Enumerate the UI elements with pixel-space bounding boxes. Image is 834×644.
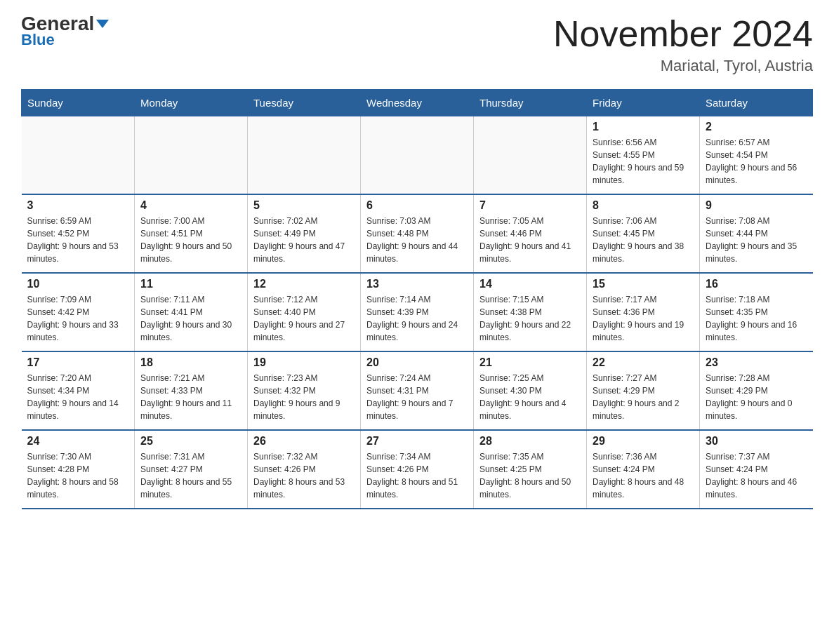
calendar-cell: 14Sunrise: 7:15 AMSunset: 4:38 PMDayligh… [474, 273, 587, 351]
day-number: 30 [706, 435, 807, 448]
calendar-header-row: SundayMondayTuesdayWednesdayThursdayFrid… [22, 90, 813, 116]
day-number: 27 [366, 435, 468, 448]
calendar-cell: 24Sunrise: 7:30 AMSunset: 4:28 PMDayligh… [22, 430, 135, 509]
weekday-header: Sunday [22, 90, 135, 116]
calendar-cell: 22Sunrise: 7:27 AMSunset: 4:29 PMDayligh… [587, 351, 700, 430]
day-number: 9 [706, 199, 807, 212]
day-number: 20 [366, 356, 468, 369]
day-info: Sunrise: 7:37 AMSunset: 4:24 PMDaylight:… [706, 450, 807, 501]
day-number: 14 [479, 278, 581, 290]
calendar-cell [248, 116, 361, 195]
day-info: Sunrise: 7:31 AMSunset: 4:27 PMDaylight:… [140, 450, 241, 501]
weekday-header: Friday [587, 90, 700, 116]
calendar-cell: 3Sunrise: 6:59 AMSunset: 4:52 PMDaylight… [22, 194, 135, 273]
calendar-cell: 27Sunrise: 7:34 AMSunset: 4:26 PMDayligh… [361, 430, 474, 509]
day-number: 11 [140, 278, 241, 290]
day-number: 5 [253, 199, 355, 212]
day-info: Sunrise: 7:12 AMSunset: 4:40 PMDaylight:… [253, 293, 355, 344]
day-number: 15 [593, 278, 694, 290]
logo: General Blue [21, 14, 109, 49]
day-info: Sunrise: 7:24 AMSunset: 4:31 PMDaylight:… [366, 372, 468, 422]
calendar-cell: 16Sunrise: 7:18 AMSunset: 4:35 PMDayligh… [700, 273, 813, 351]
day-number: 18 [140, 356, 241, 369]
day-number: 13 [366, 278, 468, 290]
day-number: 1 [593, 121, 694, 133]
day-number: 22 [593, 356, 694, 369]
calendar-cell [361, 116, 474, 195]
day-number: 21 [479, 356, 581, 369]
calendar-week-row: 3Sunrise: 6:59 AMSunset: 4:52 PMDaylight… [22, 194, 813, 273]
day-info: Sunrise: 7:18 AMSunset: 4:35 PMDaylight:… [706, 293, 807, 344]
day-info: Sunrise: 7:15 AMSunset: 4:38 PMDaylight:… [479, 293, 581, 344]
calendar-cell: 11Sunrise: 7:11 AMSunset: 4:41 PMDayligh… [135, 273, 248, 351]
day-info: Sunrise: 7:20 AMSunset: 4:34 PMDaylight:… [27, 372, 129, 422]
calendar-week-row: 17Sunrise: 7:20 AMSunset: 4:34 PMDayligh… [22, 351, 813, 430]
day-number: 4 [140, 199, 241, 212]
calendar-week-row: 24Sunrise: 7:30 AMSunset: 4:28 PMDayligh… [22, 430, 813, 509]
weekday-header: Tuesday [248, 90, 361, 116]
calendar-cell: 15Sunrise: 7:17 AMSunset: 4:36 PMDayligh… [587, 273, 700, 351]
day-info: Sunrise: 7:23 AMSunset: 4:32 PMDaylight:… [253, 372, 355, 422]
calendar-cell: 13Sunrise: 7:14 AMSunset: 4:39 PMDayligh… [361, 273, 474, 351]
day-number: 16 [706, 278, 807, 290]
calendar-cell: 25Sunrise: 7:31 AMSunset: 4:27 PMDayligh… [135, 430, 248, 509]
day-info: Sunrise: 7:36 AMSunset: 4:24 PMDaylight:… [593, 450, 694, 501]
calendar-cell: 10Sunrise: 7:09 AMSunset: 4:42 PMDayligh… [22, 273, 135, 351]
day-info: Sunrise: 7:17 AMSunset: 4:36 PMDaylight:… [593, 293, 694, 344]
day-info: Sunrise: 7:05 AMSunset: 4:46 PMDaylight:… [479, 215, 581, 265]
calendar-cell: 6Sunrise: 7:03 AMSunset: 4:48 PMDaylight… [361, 194, 474, 273]
day-number: 19 [253, 356, 355, 369]
day-info: Sunrise: 6:56 AMSunset: 4:55 PMDaylight:… [593, 136, 694, 187]
day-number: 10 [27, 278, 129, 290]
calendar-cell: 5Sunrise: 7:02 AMSunset: 4:49 PMDaylight… [248, 194, 361, 273]
day-number: 6 [366, 199, 468, 212]
calendar-cell: 18Sunrise: 7:21 AMSunset: 4:33 PMDayligh… [135, 351, 248, 430]
page-header: General Blue November 2024 Mariatal, Tyr… [21, 14, 813, 75]
calendar-cell: 7Sunrise: 7:05 AMSunset: 4:46 PMDaylight… [474, 194, 587, 273]
day-info: Sunrise: 6:59 AMSunset: 4:52 PMDaylight:… [27, 215, 129, 265]
calendar-cell: 20Sunrise: 7:24 AMSunset: 4:31 PMDayligh… [361, 351, 474, 430]
calendar-cell: 9Sunrise: 7:08 AMSunset: 4:44 PMDaylight… [700, 194, 813, 273]
calendar-week-row: 1Sunrise: 6:56 AMSunset: 4:55 PMDaylight… [22, 116, 813, 195]
calendar-cell: 21Sunrise: 7:25 AMSunset: 4:30 PMDayligh… [474, 351, 587, 430]
calendar-cell: 17Sunrise: 7:20 AMSunset: 4:34 PMDayligh… [22, 351, 135, 430]
weekday-header: Saturday [700, 90, 813, 116]
weekday-header: Thursday [474, 90, 587, 116]
calendar-table: SundayMondayTuesdayWednesdayThursdayFrid… [21, 89, 813, 509]
calendar-cell: 30Sunrise: 7:37 AMSunset: 4:24 PMDayligh… [700, 430, 813, 509]
day-number: 12 [253, 278, 355, 290]
calendar-cell [474, 116, 587, 195]
calendar-cell: 1Sunrise: 6:56 AMSunset: 4:55 PMDaylight… [587, 116, 700, 195]
weekday-header: Monday [135, 90, 248, 116]
day-info: Sunrise: 7:34 AMSunset: 4:26 PMDaylight:… [366, 450, 468, 501]
day-number: 29 [593, 435, 694, 448]
day-info: Sunrise: 7:32 AMSunset: 4:26 PMDaylight:… [253, 450, 355, 501]
title-block: November 2024 Mariatal, Tyrol, Austria [553, 14, 813, 75]
day-info: Sunrise: 7:09 AMSunset: 4:42 PMDaylight:… [27, 293, 129, 344]
day-info: Sunrise: 7:14 AMSunset: 4:39 PMDaylight:… [366, 293, 468, 344]
day-number: 2 [706, 121, 807, 133]
day-number: 23 [706, 356, 807, 369]
day-info: Sunrise: 6:57 AMSunset: 4:54 PMDaylight:… [706, 136, 807, 187]
calendar-cell: 23Sunrise: 7:28 AMSunset: 4:29 PMDayligh… [700, 351, 813, 430]
day-number: 7 [479, 199, 581, 212]
day-number: 26 [253, 435, 355, 448]
day-info: Sunrise: 7:21 AMSunset: 4:33 PMDaylight:… [140, 372, 241, 422]
day-info: Sunrise: 7:30 AMSunset: 4:28 PMDaylight:… [27, 450, 129, 501]
calendar-cell: 2Sunrise: 6:57 AMSunset: 4:54 PMDaylight… [700, 116, 813, 195]
day-info: Sunrise: 7:03 AMSunset: 4:48 PMDaylight:… [366, 215, 468, 265]
month-title: November 2024 [553, 14, 813, 54]
day-number: 24 [27, 435, 129, 448]
calendar-cell: 28Sunrise: 7:35 AMSunset: 4:25 PMDayligh… [474, 430, 587, 509]
calendar-cell: 12Sunrise: 7:12 AMSunset: 4:40 PMDayligh… [248, 273, 361, 351]
day-number: 28 [479, 435, 581, 448]
logo-blue: Blue [21, 31, 55, 49]
calendar-cell [135, 116, 248, 195]
day-info: Sunrise: 7:06 AMSunset: 4:45 PMDaylight:… [593, 215, 694, 265]
day-info: Sunrise: 7:27 AMSunset: 4:29 PMDaylight:… [593, 372, 694, 422]
day-info: Sunrise: 7:25 AMSunset: 4:30 PMDaylight:… [479, 372, 581, 422]
day-info: Sunrise: 7:02 AMSunset: 4:49 PMDaylight:… [253, 215, 355, 265]
weekday-header: Wednesday [361, 90, 474, 116]
calendar-week-row: 10Sunrise: 7:09 AMSunset: 4:42 PMDayligh… [22, 273, 813, 351]
day-number: 25 [140, 435, 241, 448]
